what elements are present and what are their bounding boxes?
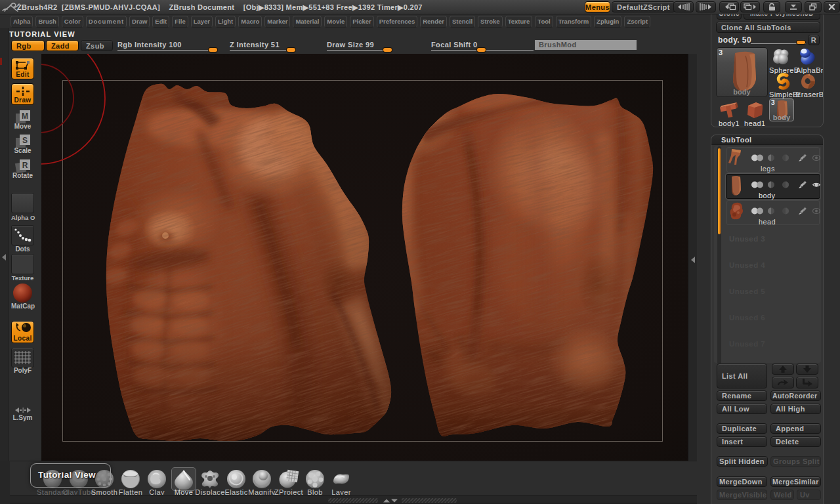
svg-text:M: M bbox=[22, 112, 28, 121]
svg-text:S: S bbox=[22, 136, 27, 145]
svg-text:R: R bbox=[22, 161, 28, 170]
